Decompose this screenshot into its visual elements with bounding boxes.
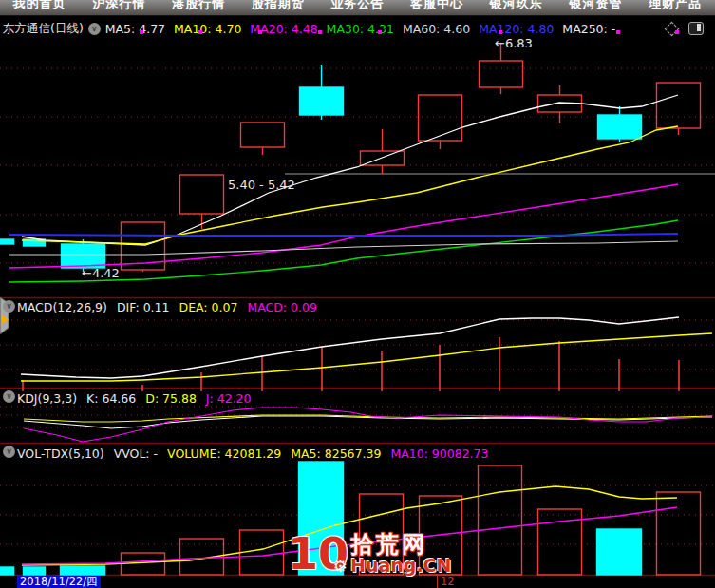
watermark: 10⚙ 拾荒网 Huang.CN bbox=[288, 533, 451, 575]
candle-body bbox=[180, 175, 224, 214]
macd-header: MACD(12,26,9)DIF: 0.11DEA: 0.07MACD: 0.0… bbox=[17, 300, 327, 314]
signal-dot bbox=[675, 30, 679, 34]
vol-chevron-down-icon[interactable]: ∨ bbox=[3, 446, 15, 458]
candle-body bbox=[62, 244, 105, 268]
vol-value-ma5: MA5: 82567.39 bbox=[291, 446, 381, 461]
signal-dot bbox=[378, 30, 382, 34]
month-tick-label: 12 bbox=[437, 576, 455, 588]
volume-bar bbox=[1, 567, 14, 575]
volume-bar bbox=[240, 530, 284, 575]
vol-value-vvol: VVOL: - bbox=[114, 446, 158, 461]
candle-body bbox=[598, 115, 642, 139]
candle-body bbox=[241, 123, 285, 147]
watermark-site-name: 拾荒网 bbox=[350, 533, 451, 556]
ma-line-ma10 bbox=[22, 126, 678, 244]
vol-indicator-name: VOL-TDX(5,10) bbox=[17, 446, 104, 461]
macd-value-dea: DEA: 0.07 bbox=[179, 300, 238, 314]
volume-bar bbox=[657, 492, 701, 575]
date-label: 2018/11/22/四 bbox=[17, 576, 101, 588]
kdj-chevron-down-icon[interactable]: ∨ bbox=[3, 390, 15, 403]
signal-dot bbox=[198, 30, 202, 34]
kdj-j-line bbox=[24, 408, 712, 442]
signal-dot bbox=[258, 30, 262, 34]
macd-value-macd: MACD: 0.09 bbox=[247, 300, 317, 314]
gear-icon: ⚙ bbox=[333, 545, 348, 587]
vol-value-ma10: MA10: 90082.73 bbox=[390, 446, 488, 461]
chart-canvas[interactable]: ←6.835.40 - 5.42←4.42 bbox=[0, 0, 715, 588]
signal-dot bbox=[140, 30, 143, 34]
kdj-indicator-name: KDJ(9,3,3) bbox=[17, 391, 77, 406]
candle-body bbox=[1, 239, 14, 244]
volume-bar bbox=[597, 529, 642, 575]
date-axis: 2018/11/22/四 12 bbox=[0, 576, 715, 588]
kdj-header: KDJ(9,3,3)K: 64.66D: 75.88J: 42.20 bbox=[17, 391, 261, 406]
candle-body bbox=[419, 95, 462, 141]
trading-app-window: 我的首页沪深行情港股行情股指期货业务公告客服中心银河玖乐银河资管理财产品 东方通… bbox=[0, 0, 715, 588]
volume-bar bbox=[479, 465, 522, 575]
signal-dot bbox=[616, 30, 620, 34]
volume-bar bbox=[61, 566, 105, 575]
price-annotation-3: ←4.42 bbox=[82, 266, 120, 280]
volume-bar bbox=[538, 509, 582, 575]
kdj-value-j: J: 42.20 bbox=[206, 391, 252, 406]
vol-header: VOL-TDX(5,10)VVOL: -VOLUME: 42081.29MA5:… bbox=[17, 446, 498, 461]
candle-body bbox=[300, 87, 344, 115]
price-annotation-1: ←6.83 bbox=[495, 36, 533, 50]
signal-dot bbox=[499, 30, 502, 34]
macd-dif-line bbox=[21, 317, 679, 378]
candle-body bbox=[657, 83, 701, 128]
macd-indicator-name: MACD(12,26,9) bbox=[17, 300, 107, 314]
signal-dot bbox=[318, 30, 322, 34]
candle-body bbox=[480, 61, 523, 87]
kdj-value-k: K: 64.66 bbox=[86, 391, 136, 406]
macd-value-dif: DIF: 0.11 bbox=[117, 300, 170, 314]
ma-line-ma5 bbox=[22, 95, 678, 245]
kdj-value-d: D: 75.88 bbox=[145, 391, 197, 406]
volume-bar bbox=[24, 567, 46, 575]
kdj-k-line bbox=[24, 416, 712, 428]
watermark-text-column: 拾荒网 Huang.CN bbox=[350, 533, 451, 575]
ma-line-ma20 bbox=[9, 184, 678, 268]
price-annotation-2: 5.40 - 5.42 bbox=[228, 178, 295, 192]
vol-value-volume: VOLUME: 42081.29 bbox=[167, 446, 281, 461]
macd-chevron-down-icon[interactable]: ∨ bbox=[3, 300, 15, 313]
watermark-ten: 10⚙ bbox=[288, 533, 348, 575]
watermark-site-url: Huang.CN bbox=[350, 556, 451, 575]
